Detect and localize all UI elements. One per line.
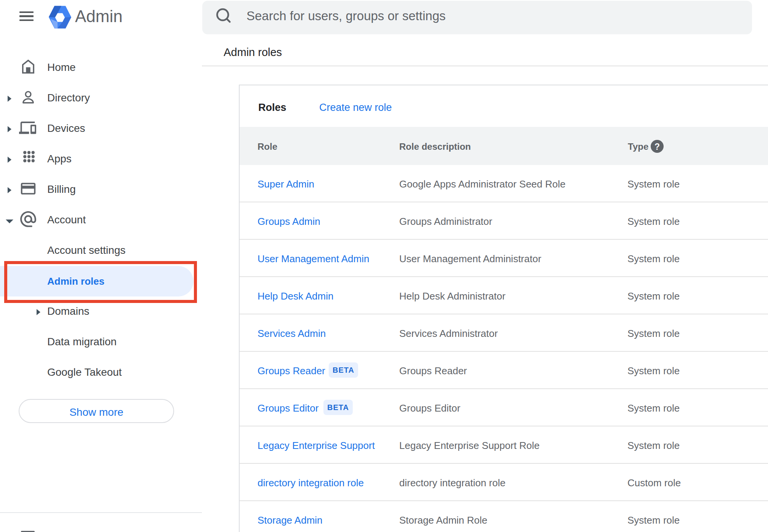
svg-text:?: ? [654, 142, 660, 152]
